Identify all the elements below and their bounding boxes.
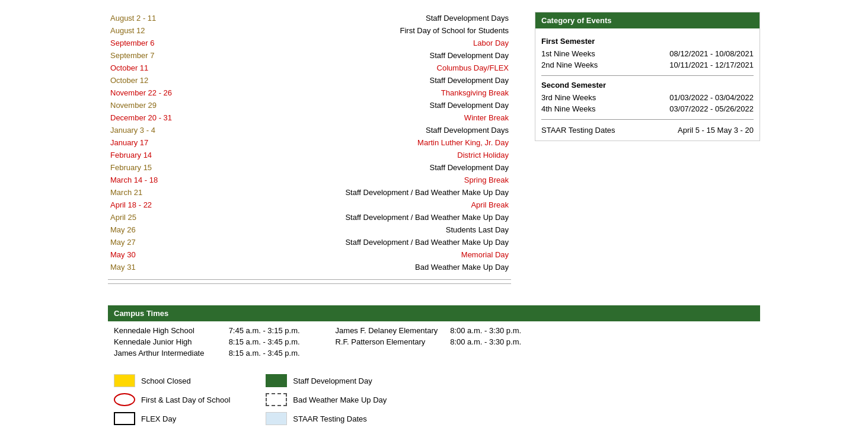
event-name: Students Last Day [203, 224, 511, 236]
table-row: August 12First Day of School for Student… [108, 24, 511, 37]
event-name: Staff Development Day [203, 74, 511, 87]
table-row: February 14District Holiday [108, 149, 511, 161]
semester-row: 2nd Nine Weeks10/11/2021 - 12/17/2021 [541, 59, 754, 71]
event-name: Staff Development / Bad Weather Make Up … [203, 236, 511, 248]
table-row: August 2 - 11Staff Development Days [108, 12, 511, 24]
category-header: Category of Events [535, 12, 760, 28]
legend-school-closed: School Closed [114, 374, 230, 387]
right-section: Category of Events First Semester 1st Ni… [535, 12, 760, 288]
event-date: September 6 [108, 37, 203, 49]
semester-label: 4th Nine Weeks [541, 104, 596, 113]
table-row: April 18 - 22April Break [108, 199, 511, 211]
legend-staar: STAAR Testing Dates [266, 412, 387, 425]
legend-flex-day: FLEX Day [114, 412, 230, 425]
event-date: May 31 [108, 261, 203, 273]
campus-row-1: Kennedale High School 7:45 a.m. - 3:15 p… [114, 326, 754, 335]
event-date: May 26 [108, 224, 203, 236]
legend-first-last-day: First & Last Day of School [114, 393, 230, 406]
event-name: Staff Development Day [203, 49, 511, 62]
staar-dates: April 5 - 15 May 3 - 20 [678, 126, 754, 135]
campus-item-2: James Arthur Intermediate 8:15 a.m. - 3:… [114, 349, 300, 358]
table-row: September 7Staff Development Day [108, 49, 511, 62]
event-date: November 29 [108, 99, 203, 111]
campus-name-2: James Arthur Intermediate [114, 349, 226, 358]
table-row: May 26Students Last Day [108, 224, 511, 236]
event-date: May 27 [108, 236, 203, 248]
staar-row: STAAR Testing Dates April 5 - 15 May 3 -… [541, 125, 754, 136]
table-row: May 31Bad Weather Make Up Day [108, 261, 511, 273]
legend-first-last-day-label: First & Last Day of School [141, 395, 230, 404]
campus-row-2: Kennedale Junior High 8:15 a.m. - 3:45 p… [114, 337, 754, 346]
event-date: February 15 [108, 161, 203, 174]
event-name: Winter Break [203, 111, 511, 124]
campus-time-1: 8:15 a.m. - 3:45 p.m. [229, 337, 300, 346]
event-date: January 3 - 4 [108, 124, 203, 136]
legend-bad-weather: Bad Weather Make Up Day [266, 393, 387, 406]
semester-row: 1st Nine Weeks08/12/2021 - 10/08/2021 [541, 48, 754, 59]
legend-bad-weather-label: Bad Weather Make Up Day [293, 395, 387, 404]
table-row: April 25Staff Development / Bad Weather … [108, 211, 511, 224]
event-date: April 25 [108, 211, 203, 224]
campus-time-3: 8:00 a.m. - 3:30 p.m. [450, 326, 521, 335]
semester-row: 4th Nine Weeks03/07/2022 - 05/26/2022 [541, 103, 754, 114]
campus-name-1: Kennedale Junior High [114, 337, 226, 346]
event-date: September 7 [108, 49, 203, 62]
campus-item-1: Kennedale Junior High 8:15 a.m. - 3:45 p… [114, 337, 300, 346]
event-date: December 20 - 31 [108, 111, 203, 124]
semester-row: 3rd Nine Weeks01/03/2022 - 03/04/2022 [541, 92, 754, 103]
event-name: First Day of School for Students [203, 24, 511, 37]
legend-school-closed-label: School Closed [141, 376, 191, 385]
event-date: August 2 - 11 [108, 12, 203, 24]
table-row: May 30Memorial Day [108, 248, 511, 261]
event-name: April Break [203, 199, 511, 211]
campus-time-0: 7:45 a.m. - 3:15 p.m. [229, 326, 300, 335]
campus-name-3: James F. Delaney Elementary [336, 326, 448, 335]
table-row: March 14 - 18Spring Break [108, 174, 511, 186]
main-container: August 2 - 11Staff Development DaysAugus… [108, 12, 760, 288]
legend-flex-day-label: FLEX Day [141, 414, 176, 423]
event-date: August 12 [108, 24, 203, 37]
table-row: January 17Martin Luther King, Jr. Day [108, 136, 511, 149]
event-name: Spring Break [203, 174, 511, 186]
staar-label: STAAR Testing Dates [541, 126, 615, 135]
event-date: April 18 - 22 [108, 199, 203, 211]
event-date: March 14 - 18 [108, 174, 203, 186]
event-date: March 21 [108, 186, 203, 199]
light-blue-box-icon [266, 412, 287, 425]
event-date: November 22 - 26 [108, 87, 203, 99]
semester-label: 2nd Nine Weeks [541, 60, 598, 69]
campus-time-4: 8:00 a.m. - 3:30 p.m. [450, 337, 521, 346]
yellow-box-icon [114, 374, 135, 387]
table-row: February 15Staff Development Day [108, 161, 511, 174]
table-row: March 21Staff Development / Bad Weather … [108, 186, 511, 199]
campus-item-3: James F. Delaney Elementary 8:00 a.m. - … [336, 326, 522, 335]
event-name: Memorial Day [203, 248, 511, 261]
semester-dates: 08/12/2021 - 10/08/2021 [669, 49, 754, 58]
event-date: October 12 [108, 74, 203, 87]
event-name: District Holiday [203, 149, 511, 161]
semester-dates: 03/07/2022 - 05/26/2022 [669, 104, 754, 113]
legend-section: School Closed First & Last Day of School… [108, 372, 760, 427]
event-name: Bad Weather Make Up Day [203, 261, 511, 273]
campus-item-0: Kennedale High School 7:45 a.m. - 3:15 p… [114, 326, 300, 335]
campus-times-header: Campus Times [108, 305, 760, 321]
event-date: January 17 [108, 136, 203, 149]
dotted-box-icon [266, 393, 287, 406]
table-row: December 20 - 31Winter Break [108, 111, 511, 124]
table-row: November 22 - 26Thanksgiving Break [108, 87, 511, 99]
campus-time-2: 8:15 a.m. - 3:45 p.m. [229, 349, 300, 358]
events-table: August 2 - 11Staff Development DaysAugus… [108, 12, 511, 273]
event-name: Thanksgiving Break [203, 87, 511, 99]
event-name: Staff Development / Bad Weather Make Up … [203, 186, 511, 199]
semester-dates: 01/03/2022 - 03/04/2022 [669, 93, 754, 102]
event-name: Staff Development Days [203, 12, 511, 24]
event-date: October 11 [108, 62, 203, 74]
green-box-icon [266, 374, 287, 387]
campus-name-0: Kennedale High School [114, 326, 226, 335]
oval-icon [114, 393, 135, 406]
semester-label: 1st Nine Weeks [541, 49, 595, 58]
event-name: Staff Development / Bad Weather Make Up … [203, 211, 511, 224]
category-box: Category of Events First Semester 1st Ni… [535, 12, 760, 141]
legend-staff-dev: Staff Development Day [266, 374, 387, 387]
table-row: October 12Staff Development Day [108, 74, 511, 87]
